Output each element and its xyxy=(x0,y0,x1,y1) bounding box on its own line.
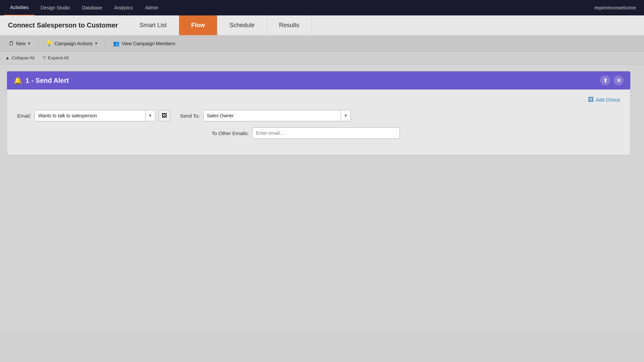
new-dropdown-icon: ▼ xyxy=(28,42,31,45)
add-choice-row: 🖼 Add Choice xyxy=(17,96,620,103)
sub-header: Connect Salesperson to Customer Smart Li… xyxy=(0,15,644,36)
email-group: Email: Wants to talk to salesperson ▼ 🖼 xyxy=(17,110,170,121)
collapse-all-button[interactable]: ▲ Collapse All xyxy=(5,55,35,60)
send-to-select-arrow: ▼ xyxy=(341,110,351,121)
step-separator: - xyxy=(31,77,34,84)
other-emails-group: To Other Emails: xyxy=(212,127,400,139)
user-display: experiencewelcome xyxy=(594,5,640,10)
tab-smart-list[interactable]: Smart List xyxy=(127,15,179,35)
collapse-label: Collapse All xyxy=(12,55,35,60)
toolbar-separator-1 xyxy=(38,39,39,48)
send-to-select[interactable]: Sales Owner ▼ xyxy=(203,110,351,121)
add-choice-icon: 🖼 xyxy=(588,96,594,103)
campaign-actions-dropdown-icon: ▼ xyxy=(95,42,98,45)
other-emails-input[interactable] xyxy=(252,127,400,139)
page-title: Connect Salesperson to Customer xyxy=(0,15,127,35)
nav-analytics[interactable]: Analytics xyxy=(108,0,139,15)
new-label: New xyxy=(16,41,25,46)
move-up-button[interactable]: ⬆ xyxy=(600,75,610,85)
collapse-icon: ▲ xyxy=(5,55,10,60)
step-title: Send Alert xyxy=(36,77,69,84)
nav-admin[interactable]: Admin xyxy=(139,0,164,15)
new-button[interactable]: 🗒 New ▼ xyxy=(4,39,36,49)
email-image-picker-button[interactable]: 🖼 xyxy=(159,110,170,121)
email-label: Email: xyxy=(17,113,31,119)
flow-card-actions: ⬆ ✕ xyxy=(600,75,624,85)
expand-icon: ▽ xyxy=(43,55,46,60)
campaign-actions-label: Campaign Actions xyxy=(55,41,93,46)
tab-schedule[interactable]: Schedule xyxy=(217,15,267,35)
email-select[interactable]: Wants to talk to salesperson ▼ xyxy=(35,110,155,121)
send-to-select-value: Sales Owner xyxy=(204,113,341,118)
campaign-actions-button[interactable]: 💡 Campaign Actions ▼ xyxy=(41,38,103,49)
nav-design-studio[interactable]: Design Studio xyxy=(35,0,76,15)
expand-label: Expand All xyxy=(48,55,68,60)
email-row: Email: Wants to talk to salesperson ▼ 🖼 … xyxy=(17,110,620,121)
flow-card-body: 🖼 Add Choice Email: Wants to talk to sal… xyxy=(7,89,630,155)
top-nav: Activities Design Studio Database Analyt… xyxy=(0,0,644,15)
close-step-button[interactable]: ✕ xyxy=(613,75,624,85)
send-to-group: Send To: Sales Owner ▼ xyxy=(180,110,351,121)
email-select-value: Wants to talk to salesperson xyxy=(35,113,145,118)
toolbar: 🗒 New ▼ 💡 Campaign Actions ▼ 👥 View Camp… xyxy=(0,36,644,52)
send-alert-icon: 🔔 xyxy=(14,76,22,84)
tabs-container: Smart List Flow Schedule Results xyxy=(127,15,644,35)
flow-card-header: 🔔 1 - Send Alert ⬆ ✕ xyxy=(7,71,630,89)
other-emails-row: To Other Emails: xyxy=(17,127,620,139)
step-number: 1 xyxy=(25,77,29,84)
nav-activities[interactable]: Activities xyxy=(4,0,35,15)
flow-card-1: 🔔 1 - Send Alert ⬆ ✕ 🖼 Add Choice Email: xyxy=(7,71,631,155)
nav-database[interactable]: Database xyxy=(76,0,108,15)
email-select-arrow: ▼ xyxy=(145,110,155,121)
view-members-label: View Campaign Members xyxy=(122,41,175,46)
collapse-bar: ▲ Collapse All ▽ Expand All xyxy=(0,52,644,64)
campaign-actions-icon: 💡 xyxy=(46,40,53,47)
main-content: 🔔 1 - Send Alert ⬆ ✕ 🖼 Add Choice Email: xyxy=(0,64,644,333)
add-choice-button[interactable]: 🖼 Add Choice xyxy=(588,96,620,103)
new-icon: 🗒 xyxy=(9,41,14,47)
add-choice-label: Add Choice xyxy=(596,97,620,103)
tab-results[interactable]: Results xyxy=(267,15,312,35)
view-campaign-members-button[interactable]: 👥 View Campaign Members xyxy=(108,38,180,49)
tab-flow[interactable]: Flow xyxy=(179,15,217,35)
toolbar-separator-2 xyxy=(105,39,106,48)
expand-all-button[interactable]: ▽ Expand All xyxy=(43,55,68,60)
view-members-icon: 👥 xyxy=(113,40,120,47)
other-emails-label: To Other Emails: xyxy=(212,130,249,136)
send-to-label: Send To: xyxy=(180,113,200,119)
